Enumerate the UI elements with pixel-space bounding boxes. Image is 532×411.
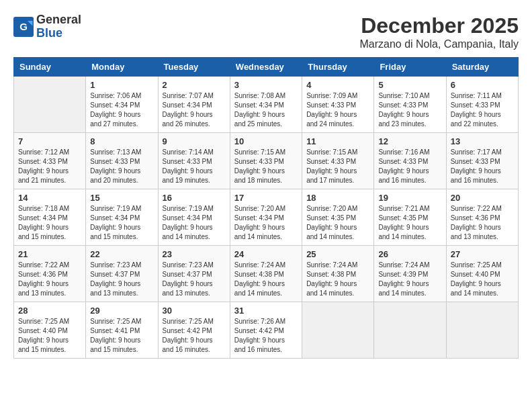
calendar-cell: 23Sunrise: 7:23 AMSunset: 4:37 PMDayligh… [158, 246, 230, 302]
calendar-cell: 5Sunrise: 7:10 AMSunset: 4:33 PMDaylight… [374, 77, 446, 133]
cell-content: Sunrise: 7:07 AMSunset: 4:34 PMDaylight:… [163, 91, 226, 129]
cell-content: Sunrise: 7:18 AMSunset: 4:34 PMDaylight:… [18, 204, 81, 242]
calendar-cell: 16Sunrise: 7:19 AMSunset: 4:34 PMDayligh… [158, 189, 230, 246]
calendar-cell: 13Sunrise: 7:17 AMSunset: 4:33 PMDayligh… [446, 133, 518, 189]
cell-content: Sunrise: 7:22 AMSunset: 4:36 PMDaylight:… [451, 204, 514, 242]
cell-content: Sunrise: 7:15 AMSunset: 4:33 PMDaylight:… [306, 148, 369, 185]
location: Marzano di Nola, Campania, Italy [359, 38, 519, 50]
day-number: 25 [306, 249, 369, 259]
day-number: 26 [378, 249, 441, 259]
day-number: 27 [451, 249, 514, 259]
cell-content: Sunrise: 7:14 AMSunset: 4:33 PMDaylight:… [163, 148, 226, 185]
calendar-cell: 22Sunrise: 7:23 AMSunset: 4:37 PMDayligh… [86, 246, 158, 302]
day-number: 21 [18, 249, 81, 259]
day-number: 4 [306, 80, 369, 90]
cell-content: Sunrise: 7:10 AMSunset: 4:33 PMDaylight:… [378, 91, 441, 129]
cell-content: Sunrise: 7:17 AMSunset: 4:33 PMDaylight:… [451, 148, 514, 185]
calendar-cell: 26Sunrise: 7:24 AMSunset: 4:39 PMDayligh… [374, 246, 446, 302]
day-number: 9 [163, 136, 226, 146]
day-number: 30 [163, 306, 226, 316]
calendar-cell: 15Sunrise: 7:19 AMSunset: 4:34 PMDayligh… [86, 189, 158, 246]
calendar-cell: 2Sunrise: 7:07 AMSunset: 4:34 PMDaylight… [158, 77, 230, 133]
cell-content: Sunrise: 7:25 AMSunset: 4:40 PMDaylight:… [451, 261, 514, 298]
cell-content: Sunrise: 7:19 AMSunset: 4:34 PMDaylight:… [163, 204, 226, 242]
day-number: 8 [90, 136, 153, 146]
calendar-cell: 31Sunrise: 7:26 AMSunset: 4:42 PMDayligh… [230, 302, 302, 359]
header-sunday: Sunday [14, 58, 86, 77]
day-number: 29 [90, 306, 153, 316]
calendar-cell: 18Sunrise: 7:20 AMSunset: 4:35 PMDayligh… [302, 189, 374, 246]
calendar-cell [14, 77, 86, 133]
calendar-cell: 25Sunrise: 7:24 AMSunset: 4:38 PMDayligh… [302, 246, 374, 302]
calendar-cell: 21Sunrise: 7:22 AMSunset: 4:36 PMDayligh… [14, 246, 86, 302]
cell-content: Sunrise: 7:16 AMSunset: 4:33 PMDaylight:… [378, 148, 441, 185]
day-number: 16 [163, 193, 226, 203]
logo-blue: Blue [36, 27, 81, 40]
day-number: 2 [163, 80, 226, 90]
logo-icon: G [13, 17, 34, 37]
calendar-cell: 29Sunrise: 7:25 AMSunset: 4:41 PMDayligh… [86, 302, 158, 359]
day-number: 6 [451, 80, 514, 90]
calendar-cell: 11Sunrise: 7:15 AMSunset: 4:33 PMDayligh… [302, 133, 374, 189]
calendar-cell: 8Sunrise: 7:13 AMSunset: 4:33 PMDaylight… [86, 133, 158, 189]
cell-content: Sunrise: 7:06 AMSunset: 4:34 PMDaylight:… [90, 91, 153, 129]
calendar-cell [374, 302, 446, 359]
cell-content: Sunrise: 7:23 AMSunset: 4:37 PMDaylight:… [90, 261, 153, 298]
header-tuesday: Tuesday [158, 58, 230, 77]
day-number: 15 [90, 193, 153, 203]
calendar-cell: 30Sunrise: 7:25 AMSunset: 4:42 PMDayligh… [158, 302, 230, 359]
calendar-cell: 3Sunrise: 7:08 AMSunset: 4:34 PMDaylight… [230, 77, 302, 133]
svg-text:G: G [19, 20, 28, 32]
calendar: SundayMondayTuesdayWednesdayThursdayFrid… [13, 57, 519, 359]
cell-content: Sunrise: 7:20 AMSunset: 4:34 PMDaylight:… [234, 204, 298, 242]
calendar-cell: 14Sunrise: 7:18 AMSunset: 4:34 PMDayligh… [14, 189, 86, 246]
header-thursday: Thursday [302, 58, 374, 77]
cell-content: Sunrise: 7:24 AMSunset: 4:38 PMDaylight:… [306, 261, 369, 298]
cell-content: Sunrise: 7:26 AMSunset: 4:42 PMDaylight:… [234, 317, 298, 355]
cell-content: Sunrise: 7:20 AMSunset: 4:35 PMDaylight:… [306, 204, 369, 242]
header-saturday: Saturday [446, 58, 518, 77]
cell-content: Sunrise: 7:25 AMSunset: 4:40 PMDaylight:… [18, 317, 81, 355]
day-number: 5 [378, 80, 441, 90]
calendar-cell: 20Sunrise: 7:22 AMSunset: 4:36 PMDayligh… [446, 189, 518, 246]
cell-content: Sunrise: 7:25 AMSunset: 4:42 PMDaylight:… [163, 317, 226, 355]
calendar-header-row: SundayMondayTuesdayWednesdayThursdayFrid… [14, 58, 519, 77]
calendar-week-row: 28Sunrise: 7:25 AMSunset: 4:40 PMDayligh… [14, 302, 519, 359]
calendar-cell: 24Sunrise: 7:24 AMSunset: 4:38 PMDayligh… [230, 246, 302, 302]
calendar-cell: 1Sunrise: 7:06 AMSunset: 4:34 PMDaylight… [86, 77, 158, 133]
cell-content: Sunrise: 7:08 AMSunset: 4:34 PMDaylight:… [234, 91, 298, 129]
header-friday: Friday [374, 58, 446, 77]
cell-content: Sunrise: 7:12 AMSunset: 4:33 PMDaylight:… [18, 148, 81, 185]
calendar-cell: 9Sunrise: 7:14 AMSunset: 4:33 PMDaylight… [158, 133, 230, 189]
day-number: 7 [18, 136, 81, 146]
day-number: 17 [234, 193, 298, 203]
cell-content: Sunrise: 7:13 AMSunset: 4:33 PMDaylight:… [90, 148, 153, 185]
day-number: 20 [451, 193, 514, 203]
calendar-cell [446, 302, 518, 359]
day-number: 19 [378, 193, 441, 203]
logo: G General Blue [13, 13, 81, 40]
cell-content: Sunrise: 7:23 AMSunset: 4:37 PMDaylight:… [163, 261, 226, 298]
calendar-cell: 19Sunrise: 7:21 AMSunset: 4:35 PMDayligh… [374, 189, 446, 246]
header-wednesday: Wednesday [230, 58, 302, 77]
cell-content: Sunrise: 7:15 AMSunset: 4:33 PMDaylight:… [234, 148, 298, 185]
calendar-cell: 17Sunrise: 7:20 AMSunset: 4:34 PMDayligh… [230, 189, 302, 246]
cell-content: Sunrise: 7:24 AMSunset: 4:39 PMDaylight:… [378, 261, 441, 298]
cell-content: Sunrise: 7:11 AMSunset: 4:33 PMDaylight:… [451, 91, 514, 129]
calendar-cell: 4Sunrise: 7:09 AMSunset: 4:33 PMDaylight… [302, 77, 374, 133]
calendar-cell: 6Sunrise: 7:11 AMSunset: 4:33 PMDaylight… [446, 77, 518, 133]
page-header: G General Blue December 2025 Marzano di … [13, 13, 519, 50]
calendar-cell: 7Sunrise: 7:12 AMSunset: 4:33 PMDaylight… [14, 133, 86, 189]
day-number: 24 [234, 249, 298, 259]
calendar-cell: 10Sunrise: 7:15 AMSunset: 4:33 PMDayligh… [230, 133, 302, 189]
month-title: December 2025 [359, 13, 519, 38]
day-number: 14 [18, 193, 81, 203]
day-number: 23 [163, 249, 226, 259]
header-monday: Monday [86, 58, 158, 77]
day-number: 11 [306, 136, 369, 146]
day-number: 22 [90, 249, 153, 259]
day-number: 18 [306, 193, 369, 203]
day-number: 28 [18, 306, 81, 316]
calendar-week-row: 21Sunrise: 7:22 AMSunset: 4:36 PMDayligh… [14, 246, 519, 302]
day-number: 31 [234, 306, 298, 316]
